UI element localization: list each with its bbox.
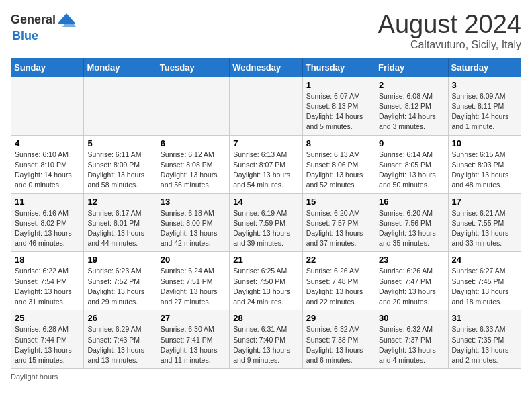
day-cell: 22Sunrise: 6:26 AM Sunset: 7:48 PM Dayli… [302, 252, 375, 310]
day-info: Sunrise: 6:12 AM Sunset: 8:08 PM Dayligh… [161, 150, 226, 191]
day-number: 12 [87, 197, 152, 207]
day-info: Sunrise: 6:31 AM Sunset: 7:40 PM Dayligh… [233, 324, 298, 365]
day-number: 22 [306, 255, 371, 265]
day-cell: 21Sunrise: 6:25 AM Sunset: 7:50 PM Dayli… [230, 252, 302, 310]
day-number: 5 [87, 138, 152, 148]
day-info: Sunrise: 6:28 AM Sunset: 7:44 PM Dayligh… [15, 324, 80, 365]
day-cell [157, 77, 229, 135]
day-cell: 26Sunrise: 6:29 AM Sunset: 7:43 PM Dayli… [84, 310, 157, 369]
day-info: Sunrise: 6:13 AM Sunset: 8:07 PM Dayligh… [233, 150, 298, 191]
day-cell: 7Sunrise: 6:13 AM Sunset: 8:07 PM Daylig… [230, 135, 302, 193]
day-cell: 1Sunrise: 6:07 AM Sunset: 8:13 PM Daylig… [302, 77, 375, 135]
day-cell: 3Sunrise: 6:09 AM Sunset: 8:11 PM Daylig… [448, 77, 521, 135]
day-cell [230, 77, 302, 135]
day-number: 23 [379, 255, 444, 265]
day-number: 2 [379, 80, 444, 90]
day-number: 20 [161, 255, 226, 265]
day-number: 8 [306, 138, 371, 148]
day-info: Sunrise: 6:22 AM Sunset: 7:54 PM Dayligh… [15, 266, 80, 307]
header-row: SundayMondayTuesdayWednesdayThursdayFrid… [11, 58, 521, 77]
calendar-subtitle: Caltavuturo, Sicily, Italy [378, 39, 521, 51]
logo-blue-text: Blue [12, 30, 38, 43]
day-number: 14 [233, 197, 298, 207]
day-cell: 5Sunrise: 6:11 AM Sunset: 8:09 PM Daylig… [84, 135, 157, 193]
header-day-tuesday: Tuesday [157, 58, 229, 77]
day-cell: 2Sunrise: 6:08 AM Sunset: 8:12 PM Daylig… [375, 77, 448, 135]
header-day-friday: Friday [375, 58, 448, 77]
day-cell: 15Sunrise: 6:20 AM Sunset: 7:57 PM Dayli… [302, 193, 375, 252]
logo-icon [57, 11, 76, 30]
day-cell: 6Sunrise: 6:12 AM Sunset: 8:08 PM Daylig… [157, 135, 229, 193]
day-info: Sunrise: 6:26 AM Sunset: 7:48 PM Dayligh… [306, 266, 371, 307]
day-number: 30 [379, 313, 444, 323]
header-day-thursday: Thursday [302, 58, 375, 77]
week-row-4: 18Sunrise: 6:22 AM Sunset: 7:54 PM Dayli… [11, 252, 521, 310]
day-number: 13 [161, 197, 226, 207]
day-cell: 17Sunrise: 6:21 AM Sunset: 7:55 PM Dayli… [448, 193, 521, 252]
day-info: Sunrise: 6:08 AM Sunset: 8:12 PM Dayligh… [379, 91, 444, 132]
header-day-sunday: Sunday [11, 58, 84, 77]
day-cell: 11Sunrise: 6:16 AM Sunset: 8:02 PM Dayli… [11, 193, 84, 252]
day-info: Sunrise: 6:17 AM Sunset: 8:01 PM Dayligh… [87, 208, 152, 249]
day-cell: 27Sunrise: 6:30 AM Sunset: 7:41 PM Dayli… [157, 310, 229, 369]
day-number: 19 [87, 255, 152, 265]
day-cell: 13Sunrise: 6:18 AM Sunset: 8:00 PM Dayli… [157, 193, 229, 252]
day-cell: 31Sunrise: 6:33 AM Sunset: 7:35 PM Dayli… [448, 310, 521, 369]
day-cell: 20Sunrise: 6:24 AM Sunset: 7:51 PM Dayli… [157, 252, 229, 310]
day-number: 7 [233, 138, 298, 148]
day-cell: 28Sunrise: 6:31 AM Sunset: 7:40 PM Dayli… [230, 310, 302, 369]
day-cell: 8Sunrise: 6:13 AM Sunset: 8:06 PM Daylig… [302, 135, 375, 193]
day-cell: 30Sunrise: 6:32 AM Sunset: 7:37 PM Dayli… [375, 310, 448, 369]
day-cell: 10Sunrise: 6:15 AM Sunset: 8:03 PM Dayli… [448, 135, 521, 193]
day-info: Sunrise: 6:09 AM Sunset: 8:11 PM Dayligh… [452, 91, 517, 132]
day-number: 4 [15, 138, 80, 148]
day-info: Sunrise: 6:33 AM Sunset: 7:35 PM Dayligh… [452, 324, 517, 365]
calendar-body: 1Sunrise: 6:07 AM Sunset: 8:13 PM Daylig… [11, 77, 521, 368]
day-info: Sunrise: 6:20 AM Sunset: 7:57 PM Dayligh… [306, 208, 371, 249]
day-info: Sunrise: 6:14 AM Sunset: 8:05 PM Dayligh… [379, 150, 444, 191]
day-number: 11 [15, 197, 80, 207]
page-header: General Blue August 2024 Caltavuturo, Si… [11, 11, 521, 51]
day-number: 29 [306, 313, 371, 323]
day-number: 16 [379, 197, 444, 207]
day-cell: 4Sunrise: 6:10 AM Sunset: 8:10 PM Daylig… [11, 135, 84, 193]
day-info: Sunrise: 6:23 AM Sunset: 7:52 PM Dayligh… [87, 266, 152, 307]
day-info: Sunrise: 6:19 AM Sunset: 7:59 PM Dayligh… [233, 208, 298, 249]
day-cell: 9Sunrise: 6:14 AM Sunset: 8:05 PM Daylig… [375, 135, 448, 193]
day-info: Sunrise: 6:32 AM Sunset: 7:37 PM Dayligh… [379, 324, 444, 365]
day-number: 17 [452, 197, 517, 207]
day-info: Sunrise: 6:25 AM Sunset: 7:50 PM Dayligh… [233, 266, 298, 307]
day-number: 24 [452, 255, 517, 265]
day-info: Sunrise: 6:18 AM Sunset: 8:00 PM Dayligh… [161, 208, 226, 249]
day-number: 21 [233, 255, 298, 265]
day-cell [84, 77, 157, 135]
header-day-wednesday: Wednesday [230, 58, 302, 77]
day-info: Sunrise: 6:24 AM Sunset: 7:51 PM Dayligh… [161, 266, 226, 307]
day-number: 9 [379, 138, 444, 148]
day-info: Sunrise: 6:13 AM Sunset: 8:06 PM Dayligh… [306, 150, 371, 191]
day-cell: 24Sunrise: 6:27 AM Sunset: 7:45 PM Dayli… [448, 252, 521, 310]
day-info: Sunrise: 6:15 AM Sunset: 8:03 PM Dayligh… [452, 150, 517, 191]
day-cell: 18Sunrise: 6:22 AM Sunset: 7:54 PM Dayli… [11, 252, 84, 310]
day-info: Sunrise: 6:07 AM Sunset: 8:13 PM Dayligh… [306, 91, 371, 132]
day-number: 18 [15, 255, 80, 265]
day-info: Sunrise: 6:11 AM Sunset: 8:09 PM Dayligh… [87, 150, 152, 191]
day-number: 10 [452, 138, 517, 148]
calendar-header: SundayMondayTuesdayWednesdayThursdayFrid… [11, 58, 521, 77]
day-cell: 12Sunrise: 6:17 AM Sunset: 8:01 PM Dayli… [84, 193, 157, 252]
day-info: Sunrise: 6:32 AM Sunset: 7:38 PM Dayligh… [306, 324, 371, 365]
day-info: Sunrise: 6:26 AM Sunset: 7:47 PM Dayligh… [379, 266, 444, 307]
week-row-5: 25Sunrise: 6:28 AM Sunset: 7:44 PM Dayli… [11, 310, 521, 369]
day-info: Sunrise: 6:27 AM Sunset: 7:45 PM Dayligh… [452, 266, 517, 307]
day-cell: 16Sunrise: 6:20 AM Sunset: 7:56 PM Dayli… [375, 193, 448, 252]
logo-general-text: General [11, 13, 56, 27]
week-row-2: 4Sunrise: 6:10 AM Sunset: 8:10 PM Daylig… [11, 135, 521, 193]
day-number: 3 [452, 80, 517, 90]
day-cell: 29Sunrise: 6:32 AM Sunset: 7:38 PM Dayli… [302, 310, 375, 369]
day-number: 26 [87, 313, 152, 323]
day-number: 6 [161, 138, 226, 148]
day-number: 15 [306, 197, 371, 207]
day-cell: 23Sunrise: 6:26 AM Sunset: 7:47 PM Dayli… [375, 252, 448, 310]
day-number: 27 [161, 313, 226, 323]
week-row-1: 1Sunrise: 6:07 AM Sunset: 8:13 PM Daylig… [11, 77, 521, 135]
